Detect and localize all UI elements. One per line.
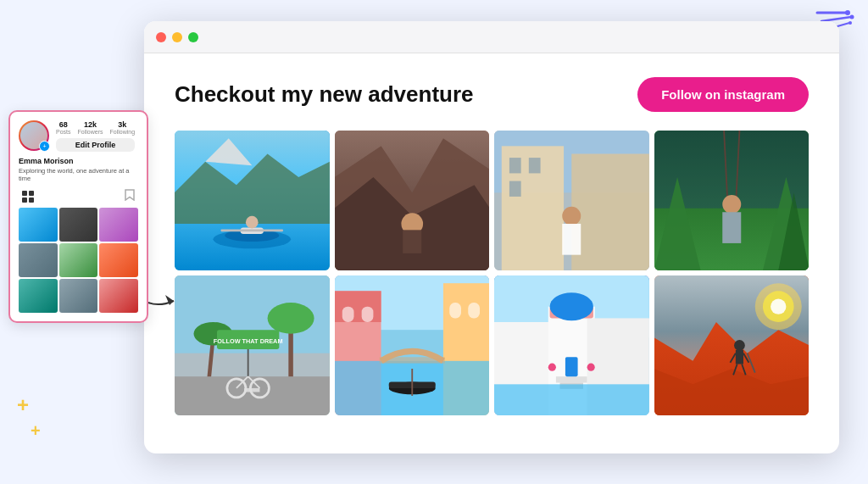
sidebar-grid-item (59, 208, 98, 242)
svg-rect-8 (22, 197, 27, 203)
svg-point-89 (771, 299, 786, 314)
svg-rect-27 (571, 154, 648, 271)
svg-rect-60 (335, 291, 381, 322)
photo-cell-7[interactable] (494, 275, 649, 415)
profile-stats-container: 68 Posts 12k Followers 3k Following Edit… (56, 120, 135, 152)
profile-stats: 68 Posts 12k Followers 3k Following (56, 120, 135, 135)
following-label: Following (109, 129, 135, 135)
sidebar-grid-item (99, 279, 138, 313)
grid-icon[interactable] (22, 189, 34, 204)
posts-count: 68 (56, 120, 71, 129)
browser-titlebar (144, 21, 839, 53)
sidebar-grid-item (19, 208, 58, 242)
user-bio: Exploring the world, one adventure at a … (19, 167, 138, 182)
posts-stat: 68 Posts (56, 120, 71, 135)
svg-rect-61 (342, 307, 353, 322)
svg-point-5 (849, 21, 852, 25)
username: Emma Morison (19, 157, 138, 165)
svg-rect-62 (361, 307, 373, 322)
posts-label: Posts (56, 129, 71, 135)
svg-point-3 (845, 10, 850, 15)
svg-rect-30 (509, 181, 521, 197)
svg-text:FOLLOW THAT DREAM: FOLLOW THAT DREAM (214, 337, 283, 345)
following-count: 3k (109, 120, 135, 129)
photo-cell-1[interactable] (175, 131, 330, 270)
follow-instagram-button[interactable]: Follow on instagram (637, 77, 809, 112)
traffic-light-green[interactable] (188, 32, 198, 42)
svg-rect-80 (494, 384, 649, 415)
svg-rect-7 (29, 191, 34, 196)
page-header: Checkout my new adventure Follow on inst… (175, 77, 809, 112)
profile-header: + 68 Posts 12k Followers 3k Following Ed… (19, 120, 138, 152)
photo-cell-4[interactable] (654, 131, 810, 270)
browser-window: Checkout my new adventure Follow on inst… (144, 21, 839, 453)
sidebar-icon-row (19, 189, 138, 204)
page-title: Checkout my new adventure (175, 81, 474, 108)
svg-point-17 (246, 216, 259, 229)
photo-cell-3[interactable] (494, 131, 649, 270)
svg-point-37 (722, 195, 741, 214)
svg-point-4 (850, 15, 854, 19)
sidebar-grid-item (59, 279, 98, 313)
bookmark-icon[interactable] (125, 189, 135, 204)
photo-cell-8[interactable] (654, 275, 810, 415)
svg-point-45 (268, 303, 314, 334)
sidebar-grid-item (19, 243, 58, 277)
svg-rect-81 (565, 357, 578, 376)
svg-rect-64 (449, 303, 461, 318)
svg-point-90 (734, 340, 745, 351)
sidebar-photo-grid (19, 208, 138, 313)
avatar: + (19, 120, 49, 151)
plus-decoration: + + (17, 392, 41, 442)
followers-label: Followers (78, 129, 103, 135)
svg-rect-23 (403, 230, 421, 253)
svg-point-83 (587, 364, 595, 371)
traffic-light-red[interactable] (156, 32, 166, 42)
svg-rect-32 (562, 224, 581, 255)
photo-cell-6[interactable] (335, 275, 490, 415)
svg-rect-6 (22, 191, 27, 196)
svg-rect-65 (468, 303, 480, 318)
svg-rect-29 (529, 158, 541, 173)
svg-rect-28 (509, 158, 521, 173)
sidebar-grid-item (59, 243, 98, 277)
photo-cell-2[interactable] (335, 131, 490, 270)
photo-cell-5[interactable]: FOLLOW THAT DREAM (175, 275, 330, 415)
edit-profile-button[interactable]: Edit Profile (56, 138, 135, 152)
svg-point-82 (548, 364, 556, 371)
svg-point-77 (550, 292, 593, 320)
svg-rect-78 (556, 376, 587, 382)
followers-count: 12k (78, 120, 103, 129)
following-stat: 3k Following (109, 120, 135, 135)
avatar-badge: + (39, 141, 50, 152)
sidebar-grid-item (99, 243, 138, 277)
traffic-light-yellow[interactable] (172, 32, 182, 42)
svg-rect-18 (221, 229, 283, 231)
svg-point-31 (562, 207, 581, 225)
sidebar-grid-item (99, 208, 138, 242)
sidebar-grid-item (19, 279, 58, 313)
svg-rect-9 (29, 197, 34, 203)
browser-content: Checkout my new adventure Follow on inst… (144, 53, 839, 453)
photo-grid: FOLLOW THAT DREAM (175, 131, 809, 415)
svg-rect-91 (735, 350, 743, 364)
followers-stat: 12k Followers (78, 120, 103, 135)
instagram-profile-card: + 68 Posts 12k Followers 3k Following Ed… (8, 110, 148, 323)
svg-rect-67 (379, 357, 444, 363)
svg-rect-38 (722, 212, 741, 243)
